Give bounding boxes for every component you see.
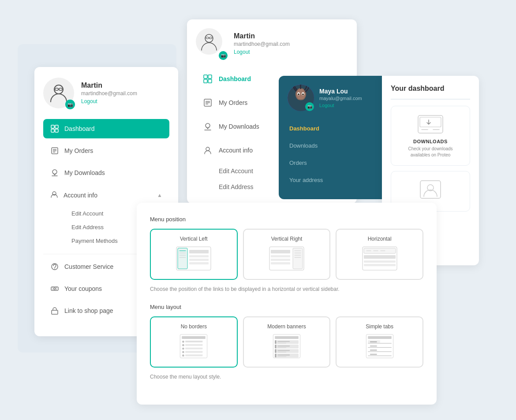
orders-icon-left bbox=[50, 146, 59, 155]
svg-rect-80 bbox=[182, 336, 206, 339]
menu-layout-desc: Choose the menu layout style. bbox=[150, 373, 423, 381]
logout-left[interactable]: Logout bbox=[81, 98, 137, 104]
dark-name: Maya Lou bbox=[319, 88, 362, 95]
dark-sidebar: 📷 Maya Lou mayalu@gmail.com Logout Dashb… bbox=[279, 76, 385, 199]
dark-nav-downloads[interactable]: Downloads bbox=[279, 137, 385, 154]
svg-rect-86 bbox=[185, 348, 202, 349]
dashboard-title: Your dashboard bbox=[391, 85, 470, 93]
svg-point-43 bbox=[302, 93, 304, 95]
account-info-label-left: Account info bbox=[64, 192, 97, 199]
svg-point-87 bbox=[182, 351, 184, 353]
svg-rect-123 bbox=[370, 354, 377, 355]
mid-account-icon bbox=[203, 145, 213, 155]
logout-mid[interactable]: Logout bbox=[234, 49, 290, 55]
svg-rect-65 bbox=[271, 262, 290, 264]
camera-badge-mid[interactable]: 📷 bbox=[219, 51, 228, 60]
svg-rect-88 bbox=[185, 351, 202, 353]
account-info-header-left[interactable]: Account info ▲ bbox=[43, 185, 169, 205]
option-vertical-left[interactable]: Vertical Left bbox=[150, 229, 238, 280]
modern-banners-preview bbox=[250, 334, 324, 361]
user-header-left: 📷 Martin martindhoe@gmail.com Logout bbox=[43, 78, 169, 108]
svg-rect-106 bbox=[275, 354, 276, 357]
svg-rect-103 bbox=[278, 350, 290, 351]
horizontal-label: Horizontal bbox=[343, 236, 416, 242]
camera-badge-left[interactable]: 📷 bbox=[65, 100, 75, 109]
option-no-borders[interactable]: No borders bbox=[150, 316, 238, 368]
user-info-left: Martin martindhoe@gmail.com Logout bbox=[81, 82, 137, 104]
user-email-mid: martindhoe@gmail.com bbox=[234, 41, 290, 47]
svg-rect-60 bbox=[189, 262, 209, 264]
downloads-dash-icon bbox=[417, 113, 444, 135]
menu-position-desc: Choose the position of the links to be d… bbox=[150, 285, 423, 293]
svg-rect-5 bbox=[55, 125, 58, 128]
shop-icon bbox=[50, 306, 59, 315]
svg-rect-108 bbox=[278, 356, 287, 357]
option-vertical-right[interactable]: Vertical Right bbox=[243, 229, 331, 280]
nav-myorders-left[interactable]: My Orders bbox=[43, 141, 169, 160]
dark-camera-badge[interactable]: 📷 bbox=[305, 102, 314, 111]
modern-banners-label: Modern banners bbox=[250, 323, 324, 330]
svg-rect-94 bbox=[275, 340, 276, 344]
nav-mydownloads-left[interactable]: My Downloads bbox=[43, 163, 169, 182]
downloads-card-title: DOWNLOADS bbox=[398, 139, 463, 144]
svg-rect-26 bbox=[204, 75, 207, 78]
mid-nav-account-label: Account info bbox=[219, 147, 253, 154]
dark-nav-address[interactable]: Your address bbox=[279, 171, 385, 189]
svg-point-85 bbox=[182, 348, 184, 350]
svg-rect-120 bbox=[370, 349, 377, 350]
svg-rect-21 bbox=[52, 310, 58, 314]
shop-label: Link to shop page bbox=[64, 307, 113, 314]
svg-point-81 bbox=[182, 341, 184, 343]
mid-nav-dashboard-label: Dashboard bbox=[219, 75, 251, 82]
option-horizontal[interactable]: Horizontal bbox=[336, 229, 423, 280]
svg-rect-78 bbox=[364, 264, 396, 266]
svg-point-89 bbox=[182, 354, 184, 357]
svg-rect-58 bbox=[189, 255, 209, 257]
svg-rect-82 bbox=[185, 341, 202, 342]
mid-dashboard-icon bbox=[203, 74, 213, 84]
svg-rect-96 bbox=[278, 343, 287, 344]
option-modern-banners[interactable]: Modern banners bbox=[243, 316, 331, 368]
avatar-wrap-left: 📷 bbox=[43, 78, 74, 108]
svg-rect-28 bbox=[204, 79, 207, 83]
vertical-right-label: Vertical Right bbox=[250, 236, 324, 242]
avatar-wrap-mid: 📷 bbox=[196, 28, 227, 59]
menu-layout-options: No borders bbox=[150, 316, 423, 368]
dark-nav-dashboard[interactable]: Dashboard bbox=[279, 120, 385, 137]
avatar-mid bbox=[196, 28, 222, 55]
account-dash-icon bbox=[417, 178, 444, 201]
svg-rect-23 bbox=[206, 37, 209, 39]
no-borders-label: No borders bbox=[157, 323, 231, 330]
svg-rect-45 bbox=[418, 115, 443, 133]
svg-rect-29 bbox=[208, 79, 212, 83]
mid-orders-icon bbox=[203, 98, 213, 108]
svg-rect-44 bbox=[295, 100, 306, 111]
downloads-card[interactable]: DOWNLOADS Check your downloads available… bbox=[391, 106, 470, 166]
coupons-label: Your coupons bbox=[64, 285, 102, 292]
svg-point-42 bbox=[298, 93, 299, 95]
coupons-icon bbox=[50, 284, 59, 293]
svg-rect-66 bbox=[293, 248, 303, 269]
svg-rect-84 bbox=[185, 344, 202, 346]
horizontal-preview bbox=[343, 246, 416, 273]
nav-dashboard-left[interactable]: Dashboard bbox=[43, 119, 169, 138]
chevron-up-icon: ▲ bbox=[157, 192, 162, 198]
mid-nav-orders-label: My Orders bbox=[219, 99, 247, 106]
dark-logout[interactable]: Logout bbox=[319, 103, 362, 108]
vertical-right-preview bbox=[250, 246, 324, 273]
downloads-card-desc: Check your downloads availables on Prote… bbox=[398, 146, 463, 158]
svg-rect-95 bbox=[278, 341, 290, 342]
user-header-mid: 📷 Martin martindhoe@gmail.com Logout bbox=[196, 28, 348, 59]
svg-rect-117 bbox=[370, 346, 377, 346]
user-email-left: martindhoe@gmail.com bbox=[81, 90, 137, 97]
menu-position-options: Vertical Left bbox=[150, 229, 423, 280]
svg-point-83 bbox=[182, 344, 184, 346]
dark-nav-orders[interactable]: Orders bbox=[279, 154, 385, 171]
dark-user-section: 📷 Maya Lou mayalu@gmail.com Logout bbox=[279, 85, 385, 120]
svg-rect-46 bbox=[420, 117, 441, 127]
svg-point-36 bbox=[206, 147, 209, 151]
svg-rect-2 bbox=[59, 88, 62, 90]
svg-rect-100 bbox=[278, 347, 287, 348]
option-simple-tabs[interactable]: Simple tabs bbox=[336, 316, 423, 368]
svg-rect-63 bbox=[271, 255, 290, 257]
